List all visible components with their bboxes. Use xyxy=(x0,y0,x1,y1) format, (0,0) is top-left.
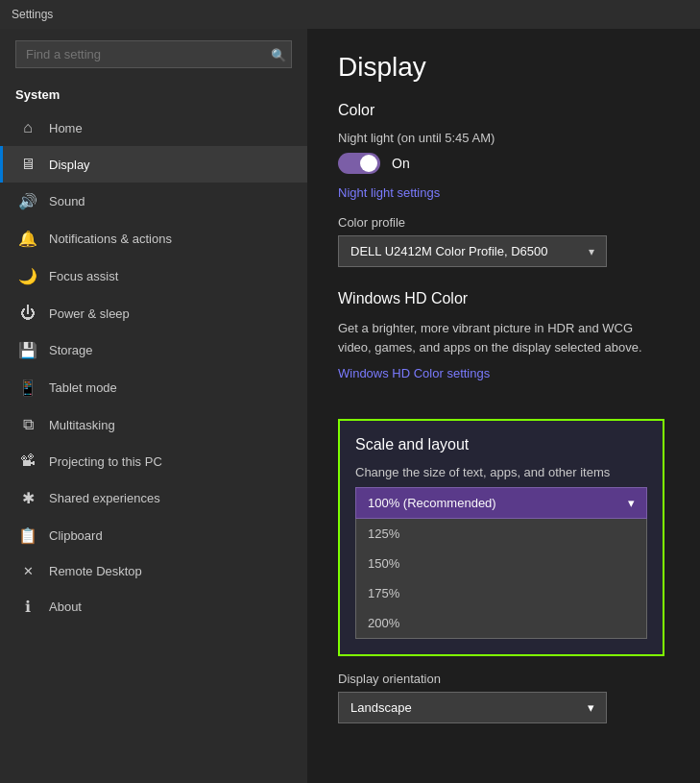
windows-hd-section: Windows HD Color Get a brighter, more vi… xyxy=(338,290,669,400)
sidebar-item-sound-label: Sound xyxy=(49,194,85,208)
orientation-value: Landscape xyxy=(350,700,412,715)
sidebar-item-multitasking-label: Multitasking xyxy=(49,418,115,432)
shared-experiences-icon: ✱ xyxy=(18,489,37,507)
sidebar-item-power-sleep-label: Power & sleep xyxy=(49,306,130,321)
sidebar-item-home[interactable]: ⌂ Home xyxy=(0,110,307,146)
search-container: 🔍 xyxy=(15,40,292,68)
sidebar-item-tablet-mode-label: Tablet mode xyxy=(49,380,117,395)
scale-change-label: Change the size of text, apps, and other… xyxy=(355,465,647,479)
sidebar-item-focus-assist[interactable]: 🌙 Focus assist xyxy=(0,257,307,295)
sidebar-item-notifications[interactable]: 🔔 Notifications & actions xyxy=(0,220,307,257)
windows-hd-settings-link[interactable]: Windows HD Color settings xyxy=(338,366,490,380)
focus-assist-icon: 🌙 xyxy=(18,267,37,285)
tablet-mode-icon: 📱 xyxy=(18,379,37,397)
color-profile-chevron-icon: ▾ xyxy=(589,245,594,258)
projecting-icon: 📽 xyxy=(18,453,37,470)
scale-option-150[interactable]: 150% xyxy=(356,549,646,578)
color-profile-dropdown[interactable]: DELL U2412M Color Profile, D6500 ▾ xyxy=(338,235,607,267)
sidebar-item-multitasking[interactable]: ⧉ Multitasking xyxy=(0,406,307,443)
windows-hd-title: Windows HD Color xyxy=(338,290,669,307)
scale-option-125[interactable]: 125% xyxy=(356,519,646,549)
scale-option-175[interactable]: 175% xyxy=(356,578,646,608)
sidebar-item-remote-desktop-label: Remote Desktop xyxy=(49,564,142,578)
storage-icon: 💾 xyxy=(18,341,37,359)
sidebar-item-display-label: Display xyxy=(49,158,90,172)
home-icon: ⌂ xyxy=(18,119,37,136)
night-light-toggle[interactable] xyxy=(338,153,380,174)
orientation-chevron-icon: ▾ xyxy=(588,700,594,715)
sidebar-item-tablet-mode[interactable]: 📱 Tablet mode xyxy=(0,369,307,406)
color-section-title: Color xyxy=(338,102,669,119)
power-sleep-icon: ⏻ xyxy=(18,305,37,322)
color-profile-label: Color profile xyxy=(338,215,669,230)
scale-layout-box: Scale and layout Change the size of text… xyxy=(338,419,664,656)
night-light-toggle-row: On xyxy=(338,153,669,174)
sidebar-item-focus-assist-label: Focus assist xyxy=(49,269,118,283)
sidebar-item-projecting-label: Projecting to this PC xyxy=(49,454,162,469)
sidebar-item-sound[interactable]: 🔊 Sound xyxy=(0,183,307,220)
title-bar: Settings xyxy=(0,0,700,29)
night-light-settings-link[interactable]: Night light settings xyxy=(338,185,440,200)
sidebar-item-shared-experiences[interactable]: ✱ Shared experiences xyxy=(0,479,307,517)
sound-icon: 🔊 xyxy=(18,192,37,210)
sidebar: 🔍 System ⌂ Home 🖥 Display 🔊 Sound 🔔 Noti… xyxy=(0,29,307,783)
display-icon: 🖥 xyxy=(18,156,37,173)
sidebar-item-notifications-label: Notifications & actions xyxy=(49,232,172,246)
scale-dropdown-chevron-icon: ▾ xyxy=(628,496,635,510)
sidebar-item-shared-experiences-label: Shared experiences xyxy=(49,491,160,505)
sidebar-item-clipboard-label: Clipboard xyxy=(49,528,103,543)
night-light-toggle-state: On xyxy=(392,156,410,171)
multitasking-icon: ⧉ xyxy=(18,416,37,433)
color-profile-value: DELL U2412M Color Profile, D6500 xyxy=(350,244,547,258)
sidebar-item-storage-label: Storage xyxy=(49,343,93,357)
scale-option-200[interactable]: 200% xyxy=(356,608,646,638)
orientation-section: Display orientation Landscape ▾ xyxy=(338,672,669,723)
sidebar-section-title: System xyxy=(0,80,307,110)
clipboard-icon: 📋 xyxy=(18,526,37,545)
windows-hd-desc: Get a brighter, more vibrant picture in … xyxy=(338,319,669,356)
title-bar-label: Settings xyxy=(12,8,53,21)
sidebar-item-about-label: About xyxy=(49,599,82,614)
sidebar-item-home-label: Home xyxy=(49,121,83,135)
orientation-dropdown[interactable]: Landscape ▾ xyxy=(338,692,607,723)
sidebar-item-storage[interactable]: 💾 Storage xyxy=(0,331,307,369)
remote-desktop-icon: ✕ xyxy=(18,564,37,578)
sidebar-item-projecting[interactable]: 📽 Projecting to this PC xyxy=(0,443,307,479)
orientation-label: Display orientation xyxy=(338,672,669,686)
night-light-label: Night light (on until 5:45 AM) xyxy=(338,131,669,145)
search-input[interactable] xyxy=(15,40,292,68)
scale-selected-value: 100% (Recommended) xyxy=(368,496,496,510)
about-icon: ℹ xyxy=(18,598,37,616)
sidebar-item-power-sleep[interactable]: ⏻ Power & sleep xyxy=(0,295,307,331)
sidebar-item-display[interactable]: 🖥 Display xyxy=(0,146,307,183)
main-content: Display Color Night light (on until 5:45… xyxy=(307,29,700,783)
main-layout: 🔍 System ⌂ Home 🖥 Display 🔊 Sound 🔔 Noti… xyxy=(0,29,700,783)
notifications-icon: 🔔 xyxy=(18,230,37,248)
scale-dropdown-options: 125% 150% 175% 200% xyxy=(355,519,647,639)
scale-layout-title: Scale and layout xyxy=(355,436,647,453)
sidebar-item-clipboard[interactable]: 📋 Clipboard xyxy=(0,517,307,554)
sidebar-item-about[interactable]: ℹ About xyxy=(0,588,307,625)
page-title: Display xyxy=(338,52,669,83)
search-icon-button[interactable]: 🔍 xyxy=(271,47,286,61)
scale-dropdown-selected[interactable]: 100% (Recommended) ▾ xyxy=(355,487,647,519)
sidebar-item-remote-desktop[interactable]: ✕ Remote Desktop xyxy=(0,554,307,588)
